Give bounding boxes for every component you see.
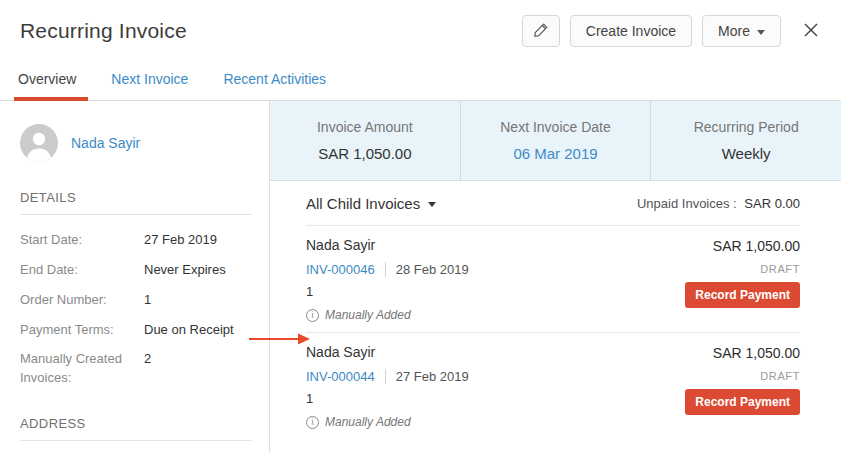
detail-row-start-date: Start Date: 27 Feb 2019 bbox=[20, 231, 252, 250]
person-icon bbox=[20, 124, 58, 162]
header-actions: Create Invoice More bbox=[522, 15, 823, 47]
manually-added-note: i Manually Added bbox=[306, 415, 469, 429]
close-icon bbox=[802, 21, 820, 42]
edit-button[interactable] bbox=[522, 15, 560, 47]
invoice-order-number: 1 bbox=[306, 391, 469, 406]
status-badge: DRAFT bbox=[760, 263, 800, 275]
tab-overview[interactable]: Overview bbox=[16, 71, 78, 100]
child-invoices-panel: All Child Invoices Unpaid Invoices : SAR… bbox=[270, 181, 841, 439]
separator bbox=[385, 262, 386, 277]
customer-name-link[interactable]: Nada Sayir bbox=[71, 135, 140, 151]
invoice-customer: Nada Sayir bbox=[306, 237, 469, 253]
invoice-row-right: SAR 1,050.00 DRAFT Record Payment bbox=[685, 237, 800, 322]
detail-row-manually-created: Manually Created Invoices: 2 bbox=[20, 350, 252, 388]
sidebar: Nada Sayir DETAILS Start Date: 27 Feb 20… bbox=[0, 101, 270, 452]
detail-value: Never Expires bbox=[144, 261, 226, 280]
summary-strip: Invoice Amount SAR 1,050.00 Next Invoice… bbox=[270, 101, 841, 181]
child-invoices-header: All Child Invoices Unpaid Invoices : SAR… bbox=[306, 181, 800, 225]
invoice-number-link[interactable]: INV-000046 bbox=[306, 262, 375, 277]
avatar bbox=[20, 124, 58, 162]
info-icon: i bbox=[306, 416, 319, 429]
detail-label: Order Number: bbox=[20, 291, 144, 310]
separator bbox=[385, 369, 386, 384]
topbar: Recurring Invoice Create Invoice More bbox=[0, 0, 841, 62]
info-icon: i bbox=[306, 309, 319, 322]
invoice-row-left: Nada Sayir INV-000046 28 Feb 2019 1 i Ma… bbox=[306, 237, 469, 322]
create-invoice-button[interactable]: Create Invoice bbox=[570, 15, 692, 47]
invoice-date: 27 Feb 2019 bbox=[396, 369, 469, 384]
detail-value: Due on Receipt bbox=[144, 321, 234, 340]
invoice-meta: INV-000046 28 Feb 2019 bbox=[306, 262, 469, 277]
invoice-row: Nada Sayir INV-000046 28 Feb 2019 1 i Ma… bbox=[306, 225, 800, 332]
invoice-amount: SAR 1,050.00 bbox=[713, 345, 800, 361]
invoice-amount: SAR 1,050.00 bbox=[713, 238, 800, 254]
note-text: Manually Added bbox=[325, 415, 411, 429]
summary-value: Weekly bbox=[722, 145, 771, 162]
invoice-date: 28 Feb 2019 bbox=[396, 262, 469, 277]
recurring-invoice-page: Recurring Invoice Create Invoice More bbox=[0, 0, 841, 452]
chevron-down-icon bbox=[757, 30, 765, 35]
summary-label: Invoice Amount bbox=[317, 119, 413, 135]
page-title: Recurring Invoice bbox=[20, 19, 187, 43]
status-badge: DRAFT bbox=[760, 370, 800, 382]
pencil-icon bbox=[533, 22, 549, 41]
record-payment-button[interactable]: Record Payment bbox=[685, 389, 800, 415]
details-heading: DETAILS bbox=[20, 190, 252, 205]
address-divider bbox=[20, 440, 252, 441]
customer-block: Nada Sayir bbox=[20, 124, 252, 162]
address-heading: ADDRESS bbox=[20, 416, 252, 431]
detail-value: 27 Feb 2019 bbox=[144, 231, 217, 250]
detail-row-end-date: End Date: Never Expires bbox=[20, 261, 252, 280]
summary-label: Recurring Period bbox=[694, 119, 799, 135]
detail-value: 1 bbox=[144, 291, 151, 310]
summary-recurring-period: Recurring Period Weekly bbox=[650, 101, 841, 180]
manually-added-note: i Manually Added bbox=[306, 308, 469, 322]
detail-label: Manually Created Invoices: bbox=[20, 350, 144, 388]
detail-row-order-number: Order Number: 1 bbox=[20, 291, 252, 310]
detail-label: Start Date: bbox=[20, 231, 144, 250]
more-button[interactable]: More bbox=[702, 15, 781, 47]
summary-next-invoice-date: Next Invoice Date 06 Mar 2019 bbox=[460, 101, 651, 180]
close-button[interactable] bbox=[799, 19, 823, 43]
tab-next-invoice[interactable]: Next Invoice bbox=[109, 71, 190, 100]
summary-invoice-amount: Invoice Amount SAR 1,050.00 bbox=[270, 101, 460, 180]
detail-label: Payment Terms: bbox=[20, 321, 144, 340]
detail-row-payment-terms: Payment Terms: Due on Receipt bbox=[20, 321, 252, 340]
detail-label: End Date: bbox=[20, 261, 144, 280]
more-button-label: More bbox=[718, 23, 750, 39]
main-panel: Invoice Amount SAR 1,050.00 Next Invoice… bbox=[270, 101, 841, 452]
unpaid-label: Unpaid Invoices : bbox=[637, 196, 737, 211]
content: Nada Sayir DETAILS Start Date: 27 Feb 20… bbox=[0, 101, 841, 452]
filter-label: All Child Invoices bbox=[306, 195, 420, 212]
tab-recent-activities[interactable]: Recent Activities bbox=[221, 71, 328, 100]
note-text: Manually Added bbox=[325, 308, 411, 322]
unpaid-invoices: Unpaid Invoices : SAR 0.00 bbox=[637, 196, 800, 211]
chevron-down-icon bbox=[428, 202, 436, 207]
invoice-number-link[interactable]: INV-000044 bbox=[306, 369, 375, 384]
summary-label: Next Invoice Date bbox=[500, 119, 611, 135]
invoice-meta: INV-000044 27 Feb 2019 bbox=[306, 369, 469, 384]
invoice-row-left: Nada Sayir INV-000044 27 Feb 2019 1 i Ma… bbox=[306, 344, 469, 429]
tab-bar: Overview Next Invoice Recent Activities bbox=[0, 62, 841, 101]
detail-value: 2 bbox=[144, 350, 151, 388]
record-payment-button[interactable]: Record Payment bbox=[685, 282, 800, 308]
invoice-customer: Nada Sayir bbox=[306, 344, 469, 360]
unpaid-amount: SAR 0.00 bbox=[744, 196, 800, 211]
child-invoices-filter[interactable]: All Child Invoices bbox=[306, 195, 436, 212]
summary-value: SAR 1,050.00 bbox=[318, 145, 411, 162]
invoice-order-number: 1 bbox=[306, 284, 469, 299]
next-invoice-date-link[interactable]: 06 Mar 2019 bbox=[513, 145, 597, 162]
invoice-row: Nada Sayir INV-000044 27 Feb 2019 1 i Ma… bbox=[306, 332, 800, 439]
details-divider bbox=[20, 214, 252, 215]
invoice-row-right: SAR 1,050.00 DRAFT Record Payment bbox=[685, 344, 800, 429]
